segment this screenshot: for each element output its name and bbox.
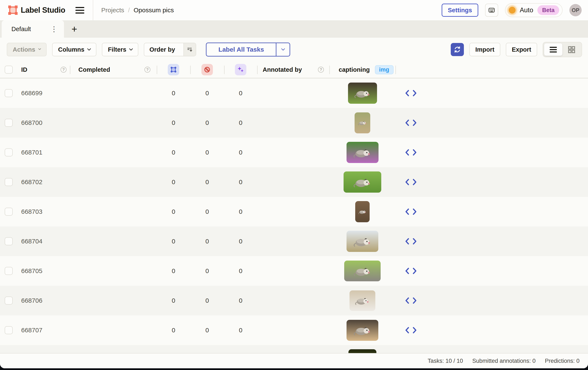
table-row[interactable]: 668706 0 0 0 (0, 286, 588, 315)
actions-button[interactable]: Actions (7, 43, 47, 56)
table-row[interactable]: 668701 0 0 0 (0, 138, 588, 167)
task-image-thumbnail[interactable] (344, 171, 381, 193)
opossum-image (354, 87, 371, 100)
label-studio-logo[interactable]: Label Studio (8, 5, 65, 15)
table-row[interactable]: 668700 0 0 0 (0, 108, 588, 138)
view-source-button[interactable] (405, 208, 417, 215)
predictions-count-cell: 0 (224, 256, 257, 286)
task-image-thumbnail[interactable] (355, 113, 370, 133)
table-row[interactable]: 668699 0 0 0 (0, 78, 588, 108)
table-row[interactable]: 668703 0 0 0 (0, 197, 588, 226)
table-row[interactable] (0, 345, 588, 353)
view-source-button[interactable] (405, 90, 417, 96)
row-checkbox[interactable] (5, 237, 13, 245)
view-source-button[interactable] (405, 238, 417, 245)
label-all-tasks-dropdown[interactable] (276, 43, 290, 56)
row-filler (426, 226, 588, 256)
column-label-id: ID (21, 66, 27, 73)
table-row[interactable]: 668705 0 0 0 (0, 256, 588, 286)
task-image-thumbnail[interactable] (348, 82, 377, 104)
add-tab-button[interactable]: + (67, 20, 82, 38)
completed-cell (70, 167, 157, 197)
task-image-thumbnail[interactable] (344, 261, 381, 281)
row-checkbox[interactable] (5, 178, 13, 186)
user-avatar[interactable]: OP (569, 4, 582, 16)
annotated-by-cell (257, 108, 329, 138)
view-source-button[interactable] (405, 179, 417, 185)
predictions-count-cell: 0 (224, 315, 257, 345)
row-checkbox[interactable] (5, 267, 13, 275)
task-image-thumbnail[interactable] (346, 320, 378, 341)
annotated-by-cell (257, 256, 329, 286)
view-source-button[interactable] (405, 267, 417, 274)
keyboard-shortcuts-button[interactable] (485, 4, 498, 17)
row-filler (426, 345, 588, 353)
opossum-image (351, 175, 374, 189)
grid-view-button[interactable] (562, 43, 581, 56)
filters-button[interactable]: Filters (102, 43, 138, 56)
task-image-thumbnail[interactable] (346, 231, 378, 252)
cancelled-count-cell: 0 (190, 226, 224, 256)
help-icon[interactable]: ? (61, 67, 66, 72)
help-icon[interactable]: ? (145, 67, 150, 72)
task-id: 668705 (21, 267, 42, 275)
header-annotations-column (157, 64, 190, 75)
view-source-button[interactable] (405, 149, 417, 156)
row-checkbox[interactable] (5, 89, 13, 97)
refresh-icon (454, 46, 461, 53)
row-checkbox[interactable] (5, 326, 13, 334)
task-id: 668702 (21, 178, 42, 186)
completed-cell (70, 138, 157, 167)
sort-direction-icon[interactable] (183, 43, 196, 56)
view-source-button[interactable] (405, 297, 417, 304)
task-image-thumbnail[interactable] (355, 201, 370, 222)
cancelled-count-cell: 0 (190, 256, 224, 286)
chevron-down-icon (129, 47, 133, 51)
task-image-thumbnail[interactable] (349, 290, 375, 311)
header-cancelled-column (190, 64, 224, 75)
beta-badge: Beta (537, 5, 559, 15)
refresh-button[interactable] (451, 43, 464, 56)
annotations-bounding-box-icon (168, 64, 179, 75)
import-button[interactable]: Import (469, 43, 500, 56)
header-id-column: ID ? (0, 66, 70, 74)
settings-button[interactable]: Settings (442, 4, 478, 17)
order-by-button[interactable]: Order by (144, 43, 196, 56)
header-actions: Settings Auto Beta OP (442, 3, 588, 17)
breadcrumb-projects[interactable]: Projects (101, 7, 124, 14)
row-checkbox[interactable] (5, 208, 13, 216)
table-row[interactable]: 668707 0 0 0 (0, 315, 588, 345)
toolbar-left: Actions Columns Filters Order by (7, 42, 290, 57)
table-row[interactable]: 668702 0 0 0 (0, 167, 588, 197)
cancelled-count-cell: 0 (190, 197, 224, 226)
hamburger-menu-icon[interactable] (75, 6, 84, 15)
tab-default[interactable]: Default ⋮ (2, 20, 64, 38)
auto-mode-toggle[interactable]: Auto Beta (505, 3, 563, 17)
row-filler (426, 167, 588, 197)
columns-button[interactable]: Columns (52, 43, 96, 56)
export-button[interactable]: Export (506, 43, 537, 56)
select-all-checkbox[interactable] (5, 66, 13, 74)
code-brackets-icon (405, 179, 417, 185)
row-checkbox[interactable] (5, 119, 13, 127)
row-checkbox[interactable] (5, 297, 13, 305)
list-view-button[interactable] (544, 43, 562, 56)
task-image-thumbnail[interactable] (346, 142, 378, 163)
task-image-thumbnail[interactable] (348, 349, 376, 353)
table-row[interactable]: 668704 0 0 0 (0, 226, 588, 256)
status-footer: Tasks: 10 / 10 Submitted annotations: 0 … (0, 353, 588, 368)
view-source-button[interactable] (405, 327, 417, 334)
label-studio-logo-icon (8, 5, 18, 15)
help-icon[interactable]: ? (318, 67, 324, 72)
annotations-count-cell: 0 (157, 138, 190, 167)
completed-cell (70, 286, 157, 315)
row-checkbox[interactable] (5, 148, 13, 156)
header-captioning-column: captioning img (329, 65, 396, 74)
top-header: Label Studio Projects / Opossum pics Set… (0, 0, 588, 20)
annotations-count-cell: 0 (157, 286, 190, 315)
breadcrumb: Projects / Opossum pics (101, 7, 174, 14)
view-source-button[interactable] (405, 119, 417, 126)
label-all-tasks-button[interactable]: Label All Tasks (207, 43, 276, 56)
column-divider (157, 66, 157, 74)
tab-options-kebab-icon[interactable]: ⋮ (50, 25, 58, 33)
